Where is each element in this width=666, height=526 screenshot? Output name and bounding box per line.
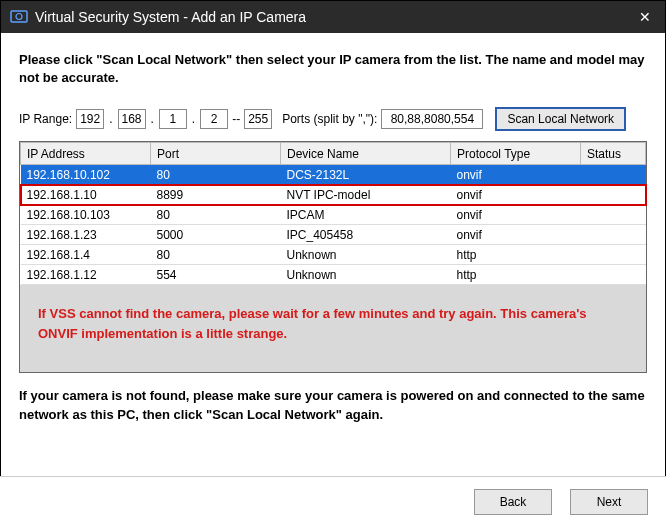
ports-input[interactable]: [381, 109, 483, 129]
table-row[interactable]: 192.168.10.10380IPCAMonvif: [21, 205, 646, 225]
cell-device: Unknown: [281, 245, 451, 265]
cell-protocol: http: [451, 245, 581, 265]
cell-protocol: onvif: [451, 225, 581, 245]
cell-protocol: onvif: [451, 205, 581, 225]
cell-status: [581, 185, 646, 205]
cell-port: 80: [151, 205, 281, 225]
ip-seg-4b[interactable]: [244, 109, 272, 129]
ip-seg-3[interactable]: [159, 109, 187, 129]
cell-status: [581, 205, 646, 225]
ip-seg-1[interactable]: [76, 109, 104, 129]
cell-ip: 192.168.10.103: [21, 205, 151, 225]
ip-seg-2[interactable]: [118, 109, 146, 129]
next-button[interactable]: Next: [570, 489, 648, 515]
table-row[interactable]: 192.168.1.12554Unknownhttp: [21, 265, 646, 285]
table-row[interactable]: 192.168.1.480Unknownhttp: [21, 245, 646, 265]
col-ip[interactable]: IP Address: [21, 143, 151, 165]
close-icon[interactable]: ✕: [633, 9, 657, 25]
cell-status: [581, 265, 646, 285]
cell-ip: 192.168.1.12: [21, 265, 151, 285]
cell-ip: 192.168.1.4: [21, 245, 151, 265]
cell-status: [581, 165, 646, 185]
ip-range-dash: --: [232, 112, 240, 126]
camera-table-wrapper: IP Address Port Device Name Protocol Typ…: [19, 141, 647, 373]
cell-protocol: onvif: [451, 165, 581, 185]
col-port[interactable]: Port: [151, 143, 281, 165]
back-button[interactable]: Back: [474, 489, 552, 515]
svg-point-1: [16, 14, 22, 20]
col-protocol[interactable]: Protocol Type: [451, 143, 581, 165]
window-title: Virtual Security System - Add an IP Came…: [35, 9, 306, 25]
cell-port: 554: [151, 265, 281, 285]
cell-port: 80: [151, 165, 281, 185]
cell-device: IPCAM: [281, 205, 451, 225]
cell-ip: 192.168.1.10: [21, 185, 151, 205]
cell-status: [581, 245, 646, 265]
table-row[interactable]: 192.168.10.10280DCS-2132Lonvif: [21, 165, 646, 185]
svg-rect-0: [11, 11, 27, 22]
ip-seg-4a[interactable]: [200, 109, 228, 129]
col-device[interactable]: Device Name: [281, 143, 451, 165]
cell-ip: 192.168.10.102: [21, 165, 151, 185]
scan-local-network-button[interactable]: Scan Local Network: [495, 107, 626, 131]
cell-port: 8899: [151, 185, 281, 205]
camera-table: IP Address Port Device Name Protocol Typ…: [20, 142, 646, 285]
cell-port: 80: [151, 245, 281, 265]
app-icon: [9, 7, 29, 27]
table-row[interactable]: 192.168.1.108899NVT IPC-modelonvif: [21, 185, 646, 205]
instructions-bottom: If your camera is not found, please make…: [19, 387, 647, 425]
cell-status: [581, 225, 646, 245]
ip-range-row: IP Range: . . . -- Ports (split by ","):…: [19, 107, 647, 131]
table-row[interactable]: 192.168.1.235000IPC_405458onvif: [21, 225, 646, 245]
ip-range-label: IP Range:: [19, 112, 72, 126]
cell-ip: 192.168.1.23: [21, 225, 151, 245]
footer: Back Next: [0, 476, 666, 526]
titlebar: Virtual Security System - Add an IP Came…: [1, 1, 665, 33]
col-status[interactable]: Status: [581, 143, 646, 165]
onvif-note: If VSS cannot find the camera, please wa…: [30, 300, 636, 347]
cell-device: DCS-2132L: [281, 165, 451, 185]
cell-protocol: onvif: [451, 185, 581, 205]
cell-device: NVT IPC-model: [281, 185, 451, 205]
ports-label: Ports (split by ","):: [282, 112, 377, 126]
instructions-top: Please click "Scan Local Network" then s…: [19, 51, 647, 87]
cell-protocol: http: [451, 265, 581, 285]
cell-device: IPC_405458: [281, 225, 451, 245]
cell-port: 5000: [151, 225, 281, 245]
cell-device: Unknown: [281, 265, 451, 285]
